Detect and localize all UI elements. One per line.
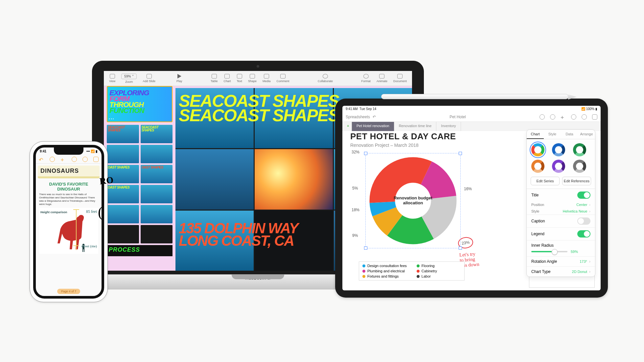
- slide-thumbnail-1[interactable]: EXPLORING FORM THROUGH FUNCTION ...: [107, 86, 172, 122]
- inner-radius-value: 59%: [571, 250, 578, 254]
- canvas-tile: [175, 149, 254, 209]
- brush-icon[interactable]: [50, 157, 55, 162]
- document-title[interactable]: DINOSAURS: [38, 166, 100, 178]
- apple-pencil: [381, 94, 568, 99]
- ipad-status-bar: 9:41 AM Tue Sep 14 📶 100% ▮: [342, 106, 601, 112]
- document-title[interactable]: Pet Hotel: [376, 115, 540, 119]
- media-button[interactable]: Media: [261, 74, 273, 83]
- pin-icon[interactable]: [540, 114, 545, 120]
- height-chart[interactable]: Height comparison 85 feet 4 feet (me): [39, 208, 98, 254]
- chart-style-swatch[interactable]: [573, 143, 586, 156]
- iphone: 9:41 ••• 📶 ▮ ↶ + DINOSAURS DAVID'S FAVOR…: [30, 141, 108, 302]
- style-row[interactable]: Style Helvetica Neue›: [527, 208, 595, 215]
- label-85-feet: 85 feet: [86, 209, 97, 214]
- ipad: 9:41 AM Tue Sep 14 📶 100% ▮ Spreadsheets…: [335, 99, 608, 298]
- slide-thumb[interactable]: [141, 205, 173, 223]
- chart-button[interactable]: Chart: [221, 74, 233, 83]
- page-indicator[interactable]: Page 4 of 7: [57, 289, 80, 294]
- ellipsis-icon: ...: [109, 115, 115, 120]
- chart-style-swatch[interactable]: [552, 143, 565, 156]
- undo-icon[interactable]: ↶: [373, 115, 376, 119]
- svg-rect-3: [84, 249, 84, 252]
- inspector-tab-style[interactable]: Style: [544, 130, 561, 139]
- section-heading[interactable]: DAVID'S FAVORITE DINOSAUR: [38, 182, 99, 192]
- status-battery: 100%: [586, 107, 595, 111]
- title-toggle[interactable]: [577, 192, 590, 199]
- donut-center-label: Renovation budget allocation: [394, 196, 432, 206]
- edit-references-button[interactable]: Edit References: [562, 177, 591, 185]
- legend-row: Legend: [527, 227, 595, 240]
- face-icon[interactable]: [72, 157, 77, 162]
- inspector-tab-data[interactable]: Data: [561, 130, 578, 139]
- view-button[interactable]: View: [107, 74, 117, 83]
- chart-style-swatch[interactable]: [573, 160, 586, 173]
- collaborate-icon[interactable]: [571, 114, 576, 120]
- rotation-row[interactable]: Rotation Angle 173°›: [527, 256, 595, 266]
- edit-series-button[interactable]: Edit Series: [531, 177, 560, 185]
- body-text[interactable]: There was so much to see in the Halls of…: [39, 193, 98, 206]
- numbers-app: 9:41 AM Tue Sep 14 📶 100% ▮ Spreadsheets…: [342, 106, 601, 290]
- slide-thumb[interactable]: [141, 225, 173, 243]
- play-button[interactable]: Play: [174, 74, 184, 83]
- macbook-hinge-notch: [232, 275, 284, 279]
- canvas-tile: [255, 88, 333, 148]
- iphone-notch: [54, 147, 83, 155]
- slide-thumb[interactable]: OAST SHAPES: [107, 185, 139, 203]
- more-icon[interactable]: [93, 157, 99, 162]
- position-row[interactable]: Position Center›: [527, 201, 595, 208]
- format-button[interactable]: Format: [359, 74, 373, 83]
- slide-thumb[interactable]: [141, 145, 173, 163]
- undo-icon[interactable]: ↶: [39, 157, 44, 162]
- table-button[interactable]: Table: [209, 74, 220, 83]
- collaborate-button[interactable]: Collaborate: [316, 74, 335, 83]
- process-slide-thumb[interactable]: PROCESS: [107, 245, 172, 256]
- chart-style-swatch[interactable]: [552, 160, 565, 173]
- slide-thumb[interactable]: [107, 145, 139, 163]
- slide-thumb[interactable]: [107, 205, 139, 223]
- slide-navigator[interactable]: EXPLORING FORM THROUGH FUNCTION ... SEAC…: [107, 86, 172, 268]
- comment-button[interactable]: Comment: [274, 74, 291, 83]
- inner-radius-slider[interactable]: [531, 251, 567, 252]
- slide-address[interactable]: 135 DOLPHIN WAY LONG COAST, CA: [179, 222, 298, 247]
- inspector-tab-chart[interactable]: Chart: [527, 130, 544, 139]
- chart-style-swatch[interactable]: [531, 143, 544, 156]
- caption-toggle[interactable]: [577, 217, 590, 225]
- slide-thumb[interactable]: [107, 225, 139, 243]
- document-button[interactable]: Document: [391, 74, 409, 83]
- share-icon[interactable]: [592, 114, 597, 120]
- inspector-tab-arrange[interactable]: Arrange: [578, 130, 595, 139]
- brush-icon[interactable]: [550, 114, 555, 120]
- chart-subtitle[interactable]: Renovation Project – March 2018: [350, 143, 419, 148]
- status-date: Tue Sep 14: [359, 107, 376, 111]
- macbook-camera: [257, 65, 259, 68]
- chart-label: 9%: [352, 233, 358, 238]
- legend-item: Labor: [417, 274, 461, 278]
- shape-button[interactable]: Shape: [246, 74, 259, 83]
- text-button[interactable]: Text: [235, 74, 244, 83]
- label-4-feet: 4 feet (me): [81, 244, 97, 248]
- chart-title[interactable]: PET HOTEL & DAY CARE: [350, 131, 456, 142]
- sheet-body[interactable]: PET HOTEL & DAY CARE Renovation Project …: [342, 129, 601, 290]
- add-slide-button[interactable]: Add Slide: [141, 74, 157, 83]
- slide-thumb[interactable]: SEACOAST SHAPES: [107, 125, 139, 143]
- face-icon[interactable]: [82, 157, 88, 162]
- slide-thumb[interactable]: SEACOAST SHAPES: [141, 125, 173, 143]
- chart-type-row[interactable]: Chart Type 2D Donut›: [527, 266, 595, 277]
- chart-style-swatch[interactable]: [531, 160, 544, 173]
- add-icon[interactable]: +: [60, 157, 66, 162]
- row-label: Chart Type: [531, 269, 550, 274]
- animate-button[interactable]: Animate: [375, 74, 389, 83]
- slide-thumb[interactable]: [141, 185, 173, 203]
- zoom-button[interactable]: 59% ˅Zoom: [119, 74, 139, 83]
- legend-toggle[interactable]: [577, 230, 590, 238]
- back-button[interactable]: Spreadsheets: [346, 115, 370, 119]
- more-icon[interactable]: [582, 114, 587, 120]
- chart-style-swatches: [527, 139, 595, 177]
- add-icon[interactable]: +: [561, 114, 566, 120]
- chart-legend[interactable]: Design consultation fees Flooring Plumbi…: [359, 261, 465, 281]
- legend-item: Design consultation fees: [362, 264, 407, 268]
- donut-chart[interactable]: Renovation budget allocation: [365, 153, 461, 248]
- row-label: Title: [531, 193, 539, 197]
- legend-item: Flooring: [417, 264, 461, 268]
- slide-thumb[interactable]: OAST SHAPES: [141, 165, 173, 183]
